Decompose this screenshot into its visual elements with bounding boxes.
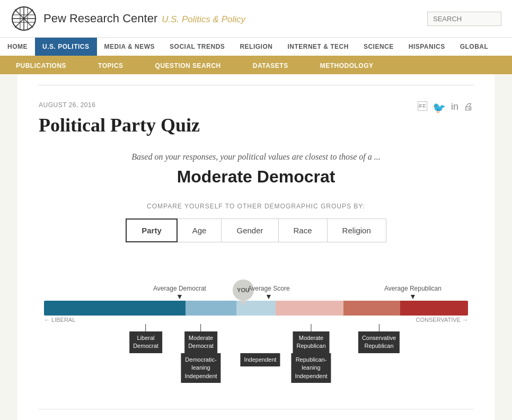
tab-religion[interactable]: Religion xyxy=(328,218,386,242)
nav-item-religion[interactable]: RELIGION xyxy=(232,38,280,56)
avg-rep-label: Average Republican ▼ xyxy=(384,284,442,301)
nav-item-question-search[interactable]: QUESTION SEARCH xyxy=(139,57,237,74)
label-moderate-dem: ModerateDemocrat xyxy=(184,324,217,353)
bar-deep-red xyxy=(400,301,468,316)
label-conservative-rep: ConservativeRepublican xyxy=(358,324,400,353)
logo-area: Pew Research CenterU.S. Politics & Polic… xyxy=(11,5,245,32)
party-labels-container: LiberalDemocrat ModerateDemocrat Democra… xyxy=(44,324,468,393)
nav-item-methodology[interactable]: METHODOLOGY xyxy=(304,57,390,74)
compare-label: COMPARE YOURSELF TO OTHER DEMOGRAPHIC GR… xyxy=(39,203,473,210)
article-date: AUGUST 26, 2016 xyxy=(39,101,95,109)
social-icons-row:  🐦 in 🖨 xyxy=(418,101,473,114)
nav-item-global[interactable]: GLOBAL xyxy=(453,38,496,56)
label-independent: Independent xyxy=(240,353,280,366)
result-description: Based on your responses, your political … xyxy=(39,152,473,162)
result-label: Moderate Democrat xyxy=(39,167,473,187)
conservative-label: CONSERVATIVE → xyxy=(416,317,468,323)
nav-item-hispanics[interactable]: HISPANICS xyxy=(401,38,453,56)
label-rep-lean-ind: Republican-leaningIndependent xyxy=(291,353,331,383)
liberal-label: ← LIBERAL xyxy=(44,317,75,323)
label-dem-lean-ind: Democratic-leaningIndependent xyxy=(181,353,220,383)
nav-item-home[interactable]: HOME xyxy=(0,38,35,56)
nav-item-publications[interactable]: PUBLICATIONS xyxy=(0,57,82,74)
nav-item-topics[interactable]: TOPICS xyxy=(82,57,139,74)
tab-age[interactable]: Age xyxy=(178,218,222,242)
axis-labels: ← LIBERAL CONSERVATIVE → xyxy=(44,317,468,323)
pew-logo-icon xyxy=(11,5,37,32)
chart-container: Average Democrat ▼ YOU Average Score ▼ A… xyxy=(44,264,468,393)
tab-gender[interactable]: Gender xyxy=(222,218,278,242)
nav-item-internet-tech[interactable]: INTERNET & TECH xyxy=(280,38,356,56)
tabs-row: Party Age Gender Race Religion xyxy=(39,218,473,242)
article-title: Political Party Quiz xyxy=(39,114,473,136)
search-input[interactable] xyxy=(427,12,501,26)
header: Pew Research CenterU.S. Politics & Polic… xyxy=(0,0,512,38)
bar-deep-blue xyxy=(44,301,186,316)
tab-party[interactable]: Party xyxy=(126,218,178,242)
bar-light-red xyxy=(276,301,343,316)
primary-nav: HOME U.S. POLITICS MEDIA & NEWS SOCIAL T… xyxy=(0,38,512,57)
label-liberal-dem: LiberalDemocrat xyxy=(129,324,162,353)
facebook-icon[interactable]:  xyxy=(418,101,427,114)
avg-dem-label: Average Democrat ▼ xyxy=(153,284,206,301)
nav-item-datasets[interactable]: DATASETS xyxy=(237,57,304,74)
nav-item-science[interactable]: SCIENCE xyxy=(356,38,401,56)
logo-text: Pew Research CenterU.S. Politics & Polic… xyxy=(43,12,245,25)
bar-mid-red xyxy=(343,301,400,316)
print-icon[interactable]: 🖨 xyxy=(464,101,473,114)
avg-score-label: Average Score ▼ xyxy=(248,284,289,301)
content-area: AUGUST 26, 2016  🐦 in 🖨 Political Party… xyxy=(17,74,495,420)
linkedin-icon[interactable]: in xyxy=(451,101,458,114)
bar-mid-blue xyxy=(186,301,236,316)
secondary-nav: PUBLICATIONS TOPICS QUESTION SEARCH DATA… xyxy=(0,57,512,74)
political-spectrum-bar xyxy=(44,301,468,316)
bottom-divider xyxy=(39,409,473,409)
nav-item-us-politics[interactable]: U.S. POLITICS xyxy=(35,38,97,56)
tab-race[interactable]: Race xyxy=(279,218,328,242)
label-moderate-rep: ModerateRepublican xyxy=(293,324,329,353)
nav-item-media[interactable]: MEDIA & NEWS xyxy=(97,38,163,56)
nav-item-social-trends[interactable]: SOCIAL TRENDS xyxy=(162,38,232,56)
twitter-icon[interactable]: 🐦 xyxy=(432,101,446,114)
